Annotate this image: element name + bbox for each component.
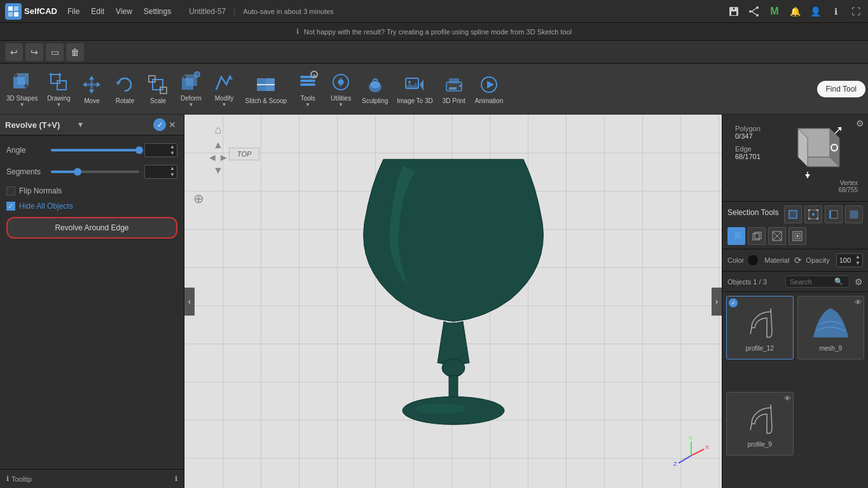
menu-view[interactable]: View <box>111 4 137 18</box>
viewport-settings-gear[interactable]: ⚙ <box>856 118 864 129</box>
panel-confirm-button[interactable]: ✓ <box>153 118 166 131</box>
obj-eye-profile9[interactable]: 👁 <box>784 394 791 402</box>
menu-edit[interactable]: Edit <box>86 4 109 18</box>
tool-utilities[interactable]: Utilities ▼ <box>325 66 357 112</box>
user-icon[interactable]: 👤 <box>808 4 822 18</box>
opacity-up-arrow[interactable]: ▲ <box>853 254 862 260</box>
segments-slider[interactable] <box>51 171 139 173</box>
fullscreen-icon[interactable]: ⛶ <box>849 4 863 18</box>
opacity-down-arrow[interactable]: ▼ <box>853 260 862 267</box>
search-input[interactable] <box>790 278 834 286</box>
angle-input[interactable]: 360 <box>145 144 168 156</box>
color-picker-dot[interactable] <box>748 255 758 265</box>
revolve-around-edge-button[interactable]: Revolve Around Edge <box>6 217 177 239</box>
angle-up-arrow[interactable]: ▲ <box>168 144 177 150</box>
segments-up-arrow[interactable]: ▲ <box>168 165 177 172</box>
tool-modify[interactable]: Modify ▼ <box>208 66 240 112</box>
sel-mode-solid[interactable] <box>727 227 745 245</box>
object-card-profile9[interactable]: 👁 profile_9 <box>726 392 794 456</box>
tool-tools-label: Tools <box>300 95 315 102</box>
svg-point-4 <box>756 6 759 9</box>
tool-3d-print[interactable]: 3D Print <box>438 66 470 112</box>
svg-point-43 <box>338 80 343 85</box>
search-icon: 🔍 <box>834 277 843 286</box>
find-tool-button[interactable]: Find Tool <box>817 81 865 97</box>
svg-point-17 <box>59 73 61 76</box>
autosave-status: Auto-save in about 3 minutes <box>243 8 333 15</box>
angle-slider[interactable] <box>51 149 139 151</box>
tool-stitch-scoop[interactable]: Stitch & Scoop <box>241 66 291 112</box>
object-card-mesh9[interactable]: 👁 mesh_9 <box>797 296 865 359</box>
tool-sculpting[interactable]: Sculpting <box>358 66 392 112</box>
sel-icon-select[interactable] <box>784 206 802 223</box>
svg-text:Y: Y <box>689 436 692 442</box>
tool-tools[interactable]: Tools ▼ <box>292 66 324 112</box>
deform-icon <box>179 71 202 94</box>
flip-normals-checkbox[interactable] <box>6 186 15 195</box>
tool-scale[interactable]: Scale <box>142 66 174 112</box>
material-icon[interactable]: ⟳ <box>794 255 802 265</box>
toggle-button[interactable]: ▭ <box>46 43 64 61</box>
tool-3d-shapes[interactable]: 3D Shapes ▼ <box>3 66 41 112</box>
nav-top-arrow[interactable]: ▲ <box>213 139 223 151</box>
save-icon[interactable] <box>727 4 741 18</box>
delete-button[interactable]: 🗑 <box>66 43 84 61</box>
stitch-scoop-icon <box>254 73 277 96</box>
segments-input[interactable]: 16 <box>145 166 168 178</box>
topbar-right: M 🔔 👤 ℹ ⛶ <box>727 4 863 18</box>
selection-tool-icons <box>784 206 863 223</box>
sel-mode-other[interactable] <box>789 227 806 245</box>
svg-rect-39 <box>300 83 315 86</box>
angle-down-arrow[interactable]: ▼ <box>168 150 177 157</box>
tool-animation[interactable]: Animation <box>471 66 507 112</box>
collapse-left-button[interactable]: ‹ <box>184 288 195 316</box>
svg-point-79 <box>808 209 810 211</box>
nav-up-icon[interactable]: ⌂ <box>214 123 221 137</box>
tool-drawing[interactable]: Drawing ▼ <box>43 66 74 112</box>
color-label: Color <box>727 256 744 264</box>
sel-mode-grid[interactable] <box>768 227 786 245</box>
segments-down-arrow[interactable]: ▼ <box>168 172 177 178</box>
svg-marker-48 <box>420 80 424 91</box>
objects-settings-gear[interactable]: ⚙ <box>855 277 863 287</box>
tool-move[interactable]: Move <box>76 66 107 112</box>
top-view-label: TOP <box>229 148 259 160</box>
tool-deform[interactable]: Deform ▼ <box>175 66 207 112</box>
bell-icon[interactable]: 🔔 <box>788 4 802 18</box>
sel-icon-faces[interactable] <box>845 206 863 223</box>
nav-bottom-arrow[interactable]: ▼ <box>213 165 223 176</box>
svg-text:Z: Z <box>673 461 677 467</box>
tool-image-to-3d[interactable]: Image To 3D <box>393 66 437 112</box>
hide-all-checkbox[interactable]: ✓ <box>6 202 15 211</box>
collapse-left-btn[interactable]: ‹ <box>184 288 195 316</box>
app-logo[interactable]: SelfCAD <box>5 3 57 20</box>
canvas-area[interactable]: ‹ › ⌂ ▲ ◄ ► ▼ <box>184 115 722 488</box>
svg-point-80 <box>816 209 818 211</box>
redo-button[interactable]: ↪ <box>25 43 43 61</box>
opacity-label: Opacity <box>806 256 829 264</box>
obj-eye-mesh9[interactable]: 👁 <box>855 298 862 306</box>
info-icon[interactable]: ℹ <box>829 4 843 18</box>
collapse-right-btn[interactable]: › <box>712 288 722 316</box>
sel-mode-wire[interactable] <box>748 227 766 245</box>
undobar: ↩ ↪ ▭ 🗑 <box>0 41 868 64</box>
menu-file[interactable]: File <box>62 4 85 18</box>
opacity-value: 100 <box>837 256 853 265</box>
sel-icon-vertices[interactable] <box>804 206 822 223</box>
nav-left-arrow[interactable]: ◄ <box>207 152 217 164</box>
sel-icon-edges[interactable] <box>825 206 843 223</box>
angle-param-row: Angle 360 ▲ ▼ <box>6 143 177 157</box>
collapse-right-button[interactable]: › <box>712 288 722 316</box>
tool-rotate[interactable]: Rotate <box>109 66 141 112</box>
object-card-profile12[interactable]: ✓ profile_12 <box>726 296 794 359</box>
panel-dropdown-arrow[interactable]: ▼ <box>77 120 85 129</box>
nav-right-arrow[interactable]: ► <box>219 152 229 164</box>
share-icon[interactable] <box>747 4 761 18</box>
tooltip-info-icon-right: ℹ <box>175 475 177 483</box>
undo-button[interactable]: ↩ <box>5 43 23 61</box>
compass-icon[interactable]: ⊕ <box>193 191 204 206</box>
menu-settings[interactable]: Settings <box>139 4 176 18</box>
panel-close-button[interactable]: ✕ <box>166 118 179 131</box>
m-icon[interactable]: M <box>768 4 782 18</box>
tool-drawing-dropdown: ▼ <box>57 102 62 108</box>
